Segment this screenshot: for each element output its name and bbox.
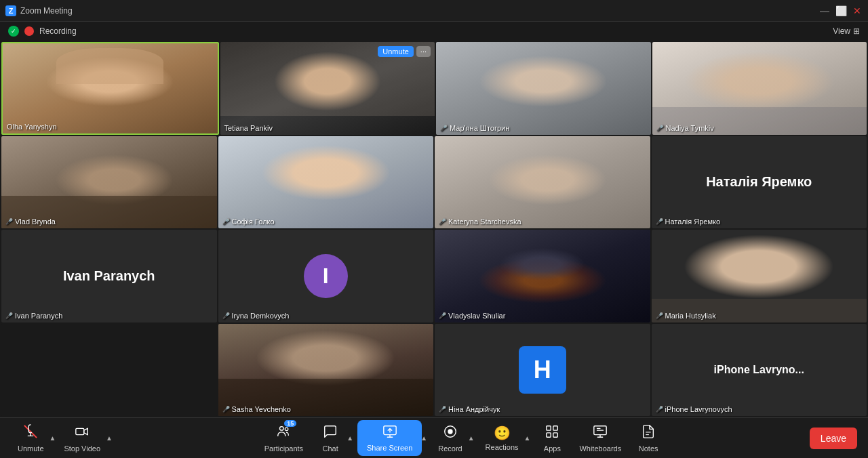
kateryna-name: Kateryna Starchevska: [448, 217, 521, 226]
tetiana-name: Tetiana Pankiv: [224, 124, 273, 132]
svg-rect-9: [547, 432, 551, 436]
iryna-label: 🎤 Iryna Demkovych: [222, 312, 290, 320]
video-caret[interactable]: ▲: [104, 432, 114, 444]
record-button[interactable]: Record: [431, 421, 469, 455]
nina-name: Ніна Андрійчук: [448, 405, 500, 413]
participant-nina: H 🎤 Ніна Андрійчук: [435, 324, 650, 417]
chat-caret[interactable]: ▲: [345, 432, 355, 444]
reactions-button[interactable]: 🙂 Reactions: [479, 422, 526, 454]
vlad-mute-icon: 🎤: [5, 218, 13, 225]
titlebar-controls: — ⬜ ✕: [819, 5, 863, 16]
unmute-caret[interactable]: ▲: [48, 432, 58, 444]
unmute-overlay: Unmute ···: [378, 46, 431, 57]
nataliya-label: 🎤 Наталія Яремко: [656, 217, 721, 226]
view-button[interactable]: View ⊞: [833, 26, 860, 36]
participants-button[interactable]: 15 Participants: [258, 421, 310, 455]
participant-iphone: iPhone Lavryno... 🎤 iPhone Lavrynovych: [652, 324, 867, 417]
recording-dot-icon: [24, 26, 34, 36]
reactions-group: 🙂 Reactions ▲: [479, 422, 532, 454]
iryna-mute-icon: 🎤: [222, 312, 230, 319]
reactions-caret[interactable]: ▲: [523, 432, 532, 444]
toolbar: Unmute ▲ Stop Video ▲: [0, 417, 868, 458]
toolbar-left: Unmute ▲ Stop Video ▲: [11, 421, 114, 455]
maximize-button[interactable]: ⬜: [835, 5, 846, 16]
participant-nadiya: 🎤 Nadiya Tymkiv: [652, 42, 867, 135]
unmute-button[interactable]: Unmute: [378, 46, 414, 57]
share-screen-group: Share Screen ▲: [357, 420, 429, 456]
participant-sasha: 🎤 Sasha Yevchenko: [218, 324, 434, 417]
iryna-name: Iryna Demkovych: [232, 312, 290, 320]
apps-icon: [545, 424, 559, 442]
stop-video-button[interactable]: Stop Video: [57, 421, 107, 455]
svg-point-3: [285, 428, 289, 431]
kateryna-mute-icon: 🎤: [439, 218, 446, 225]
whiteboards-group: Whiteboards: [572, 421, 628, 455]
nataliya-mute-icon: 🎤: [656, 218, 663, 225]
participant-vlad: 🎤 Vlad Brynda: [1, 136, 217, 229]
vlad-name: Vlad Brynda: [15, 217, 56, 226]
leave-button[interactable]: Leave: [810, 428, 857, 449]
view-icon: ⊞: [853, 26, 860, 36]
maryana-mute-icon: 🎤: [440, 125, 448, 131]
participants-group: 15 Participants: [258, 421, 310, 455]
notes-button[interactable]: Notes: [631, 421, 666, 455]
participants-label: Participants: [264, 444, 303, 453]
participants-count: 15: [284, 420, 296, 427]
recording-left: ✓ Recording: [8, 26, 77, 37]
notes-label: Notes: [639, 444, 658, 453]
titlebar-title: Zoom Meeting: [20, 6, 73, 16]
participant-olha: Olha Yanyshyn: [1, 42, 219, 135]
notes-icon: [641, 424, 656, 442]
share-screen-label: Share Screen: [367, 444, 412, 452]
maria-name: Maria Hutsyliak: [665, 312, 716, 320]
participant-ivan: Ivan Paranych 🎤 Ivan Paranych: [1, 230, 217, 322]
participant-sofia: 🎤 Софія Голко: [218, 136, 434, 229]
record-icon: [443, 424, 458, 442]
sofia-mute-icon: 🎤: [222, 218, 230, 225]
apps-group: Apps: [534, 421, 570, 455]
svg-rect-7: [547, 425, 551, 430]
participants-icon: 15: [276, 424, 291, 442]
maryana-name: Мар'яна Штогрин: [450, 124, 509, 132]
participant-nataliya: Наталія Яремко 🎤 Наталія Яремко: [652, 136, 867, 229]
video-row-1: Olha Yanyshyn Unmute ··· Tetiana Pankiv: [1, 42, 867, 135]
unmute-button[interactable]: Unmute: [11, 421, 51, 455]
unmute-group: Unmute ▲: [11, 421, 57, 455]
share-screen-icon: [382, 424, 397, 442]
participant-kateryna: 🎤 Kateryna Starchevska: [435, 136, 650, 229]
apps-label: Apps: [544, 444, 561, 453]
minimize-button[interactable]: —: [819, 5, 830, 16]
record-label: Record: [438, 444, 462, 453]
whiteboards-icon: [593, 424, 608, 442]
share-caret[interactable]: ▲: [419, 432, 429, 444]
nataliya-name: Наталія Яремко: [665, 217, 721, 226]
apps-button[interactable]: Apps: [534, 421, 570, 455]
empty-cell: [1, 324, 217, 417]
svg-rect-8: [553, 425, 557, 430]
record-caret[interactable]: ▲: [467, 432, 476, 444]
video-grid: Olha Yanyshyn Unmute ··· Tetiana Pankiv: [0, 41, 868, 417]
sasha-label: 🎤 Sasha Yevchenko: [222, 405, 291, 413]
stop-video-label: Stop Video: [64, 444, 100, 453]
nina-mute-icon: 🎤: [439, 406, 446, 413]
video-row-3: Ivan Paranych 🎤 Ivan Paranych I 🎤 Iryna …: [1, 230, 867, 322]
ivan-mute-icon: 🎤: [5, 312, 13, 319]
sasha-mute-icon: 🎤: [222, 406, 230, 413]
olha-name: Olha Yanyshyn: [7, 123, 57, 131]
olha-label: Olha Yanyshyn: [7, 123, 57, 131]
chat-label: Chat: [323, 444, 338, 453]
participant-maria: 🎤 Maria Hutsyliak: [652, 230, 867, 322]
nina-initial-avatar: H: [519, 346, 566, 394]
reactions-label: Reactions: [486, 443, 519, 451]
toolbar-right: Leave: [810, 428, 857, 449]
video-row-2: 🎤 Vlad Brynda 🎤 Софія Голко 🎤 Kateryna S…: [1, 136, 867, 229]
chat-button[interactable]: Chat: [313, 421, 348, 455]
more-options-button[interactable]: ···: [416, 46, 431, 57]
share-screen-button[interactable]: Share Screen: [357, 420, 422, 456]
svg-rect-10: [553, 432, 557, 436]
vladyslav-name: Vladyslav Shuliar: [448, 312, 505, 320]
close-button[interactable]: ✕: [852, 5, 863, 16]
microphone-muted-icon: [23, 424, 38, 442]
iryna-initial-avatar: I: [304, 254, 348, 298]
whiteboards-button[interactable]: Whiteboards: [572, 421, 628, 455]
